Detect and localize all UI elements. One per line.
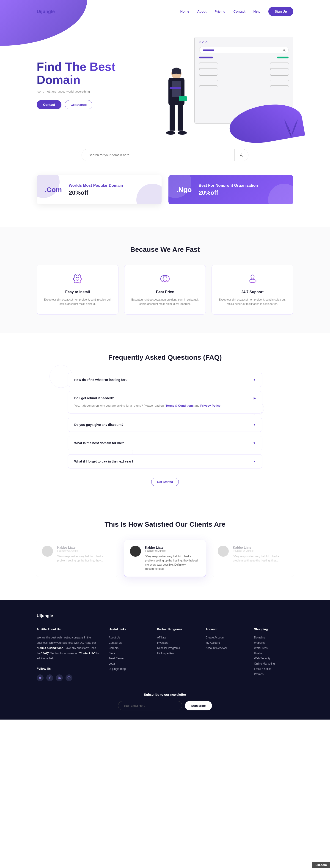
features-title: Because We Are Fast [37, 246, 293, 253]
contact-button[interactable]: Contact [37, 100, 61, 109]
faq-item[interactable]: What if I forget to pay in the next year… [68, 454, 262, 468]
hero-illustration [170, 37, 293, 133]
testimonial-role: Founder Ui Jungle [233, 549, 288, 552]
nav-home[interactable]: Home [180, 10, 189, 13]
footer-about-title: A Little About Us: [37, 627, 99, 631]
footer-link[interactable]: Web Security [254, 656, 293, 661]
svg-point-8 [178, 131, 187, 135]
feature-desc: Excepteur sint occaecat non proident, su… [217, 298, 288, 306]
footer-link[interactable]: Domains [254, 635, 293, 640]
testimonial-quote: "Very responsive, very helpful. I had a … [145, 554, 200, 571]
newsletter-title: Subscribe to our newsletter [37, 693, 293, 696]
chevron-down-icon: ▼ [253, 460, 256, 463]
gear-icon [72, 273, 83, 284]
promo-card-ngo[interactable]: .Ngo Best For Nonprofit Organization 20%… [169, 175, 293, 204]
footer-link[interactable]: Promos [254, 672, 293, 677]
faq-title: Frequently Asked Questions (FAQ) [37, 353, 293, 361]
faq-item[interactable]: What is the best domain for me?▼ [68, 436, 262, 450]
footer-link[interactable]: Account Renewel [206, 646, 245, 651]
chevron-right-icon: ▶ [254, 397, 256, 400]
promo-title: Best For Nonprofit Organization [199, 183, 258, 188]
footer-link[interactable]: Affiliate [157, 635, 197, 640]
nav-about[interactable]: About [197, 10, 207, 13]
faq-question: Do you guys give any discount? [74, 423, 123, 427]
twitter-icon[interactable] [37, 675, 43, 681]
avatar [218, 546, 229, 557]
footer-link[interactable]: Careers [109, 646, 148, 651]
faq-question: What if I forget to pay in the next year… [74, 460, 133, 463]
feature-card: 1 Best Price Excepteur sint occaecat non… [124, 265, 206, 314]
faq-item[interactable]: Do I get refund if needed?▶ Yes. It depe… [68, 391, 262, 413]
nav-help[interactable]: Help [253, 10, 260, 13]
footer-link[interactable]: Legal [109, 661, 148, 666]
testimonial-name: Kabbo Liate [57, 546, 112, 549]
plant-illustration [282, 115, 300, 137]
footer-link[interactable]: Store [109, 651, 148, 656]
testimonials-title: This Is How Satisfied Our Clients Are [37, 521, 293, 528]
nav-pricing[interactable]: Pricing [214, 10, 225, 13]
footer-logo[interactable]: Uijungle [37, 614, 293, 618]
avatar [130, 546, 141, 557]
chevron-down-icon: ▼ [253, 441, 256, 445]
footer-shopping: Shopping DomainsWebsitesWordPressHosting… [254, 627, 293, 681]
subscribe-button[interactable]: Subscribe [185, 701, 212, 710]
faq-get-started-button[interactable]: Get Started [151, 478, 179, 486]
svg-rect-4 [179, 96, 187, 101]
feature-title: Best Price [130, 290, 200, 294]
feature-card: 24/7 Support Excepteur sint occaecat non… [212, 265, 293, 314]
privacy-link[interactable]: Privecy Policy [200, 404, 220, 407]
footer-link[interactable]: Reseller Programs [157, 646, 197, 651]
faq-item[interactable]: Do you guys give any discount?▼ [68, 417, 262, 432]
footer-link[interactable]: Websites [254, 640, 293, 646]
testimonial-card[interactable]: Kabbo Liate Founder Ui Jungle "Very resp… [212, 540, 294, 577]
faq-question: How do I find what I'm looking for? [74, 378, 127, 382]
footer-link[interactable]: Hosting [254, 651, 293, 656]
footer-link[interactable]: Email & Office [254, 666, 293, 672]
footer-link[interactable]: Ui jungle Blog [109, 666, 148, 672]
footer-link[interactable]: About Us [109, 635, 148, 640]
feature-card: Easy to install Excepteur sint occaecat … [37, 265, 118, 314]
faq-answer: Yes. It depends on why you are asking fo… [74, 403, 256, 408]
testimonial-card[interactable]: Kabbo Liate Founder Ui Jungle "Very resp… [124, 540, 206, 577]
get-started-button[interactable]: Get Started [65, 100, 92, 109]
chevron-down-icon: ▼ [253, 378, 256, 381]
footer-link[interactable]: Contact Us [109, 640, 148, 646]
chevron-down-icon: ▼ [253, 423, 256, 426]
testimonial-name: Kabbo Liate [233, 546, 288, 549]
feature-desc: Excepteur sint occaecat non proident, su… [130, 298, 200, 306]
facebook-icon[interactable] [46, 675, 53, 681]
footer-link[interactable]: Investors [157, 640, 197, 646]
footer-link[interactable]: WordPress [254, 646, 293, 651]
terms-link[interactable]: Terms & Conditions [166, 404, 193, 407]
testimonial-card[interactable]: Kabbo Liate Founder Ui Jungle "Very resp… [36, 540, 118, 577]
hero-subtitle: .com, .net, .org, .ngo, .world, .everyth… [37, 90, 160, 93]
logo[interactable]: Uijungle [37, 9, 55, 14]
footer-link[interactable]: Ui Jungle Pro [157, 651, 197, 656]
svg-rect-5 [170, 105, 175, 131]
footer-link[interactable]: Online Marketing [254, 661, 293, 666]
svg-rect-6 [178, 105, 183, 131]
testimonial-role: Founder Ui Jungle [145, 549, 200, 552]
person-illustration [156, 62, 197, 140]
feature-title: 24/7 Support [217, 290, 288, 294]
linkedin-icon[interactable] [56, 675, 63, 681]
coins-icon: 1 [159, 273, 171, 284]
footer-link[interactable]: Trust Center [109, 656, 148, 661]
testimonial-role: Founder Ui Jungle [57, 549, 112, 552]
pinterest-icon[interactable] [65, 675, 72, 681]
footer-link[interactable]: Create Account [206, 635, 245, 640]
svg-point-9 [76, 277, 79, 280]
footer-partner: Partner Programs AffiliateInvestorsResel… [157, 627, 197, 681]
promo-discount: 20%off [69, 189, 123, 196]
footer-link[interactable]: My Account [206, 640, 245, 646]
svg-rect-3 [170, 87, 181, 89]
faq-question: What is the best domain for me? [74, 441, 124, 445]
newsletter-input[interactable] [118, 701, 182, 710]
signup-button[interactable]: Sign Up [268, 7, 293, 16]
faq-item[interactable]: How do I find what I'm looking for?▼ [68, 373, 262, 387]
footer-account: Account Create AccountMy AccountAccount … [206, 627, 245, 681]
promo-card-com[interactable]: .Com Worlds Most Popular Domain 20%off [37, 175, 161, 204]
nav-contact[interactable]: Contact [234, 10, 245, 13]
testimonial-name: Kabbo Liate [145, 546, 200, 549]
promo-title: Worlds Most Popular Domain [69, 183, 123, 188]
